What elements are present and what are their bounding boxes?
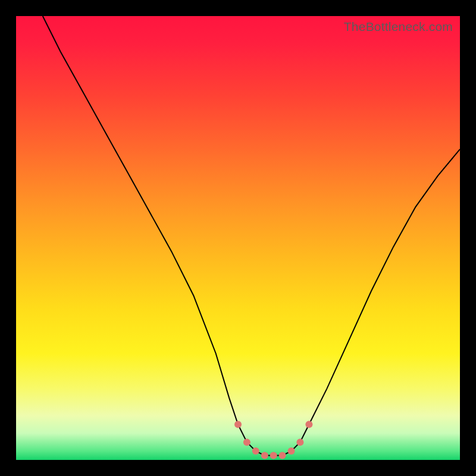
valley-dot bbox=[252, 447, 259, 455]
valley-dot bbox=[279, 452, 286, 459]
valley-dot bbox=[288, 447, 295, 455]
valley-dot bbox=[305, 421, 312, 428]
valley-dot bbox=[296, 439, 303, 446]
valley-dot bbox=[234, 421, 242, 428]
chart-plot-area: TheBottleneck.com bbox=[16, 16, 460, 460]
bottleneck-curve bbox=[43, 16, 460, 456]
curve-layer bbox=[16, 16, 460, 460]
chart-frame: TheBottleneck.com bbox=[0, 0, 476, 476]
valley-dot bbox=[243, 439, 250, 446]
valley-dot bbox=[261, 452, 268, 459]
valley-markers bbox=[234, 421, 312, 459]
valley-dot bbox=[270, 452, 277, 459]
